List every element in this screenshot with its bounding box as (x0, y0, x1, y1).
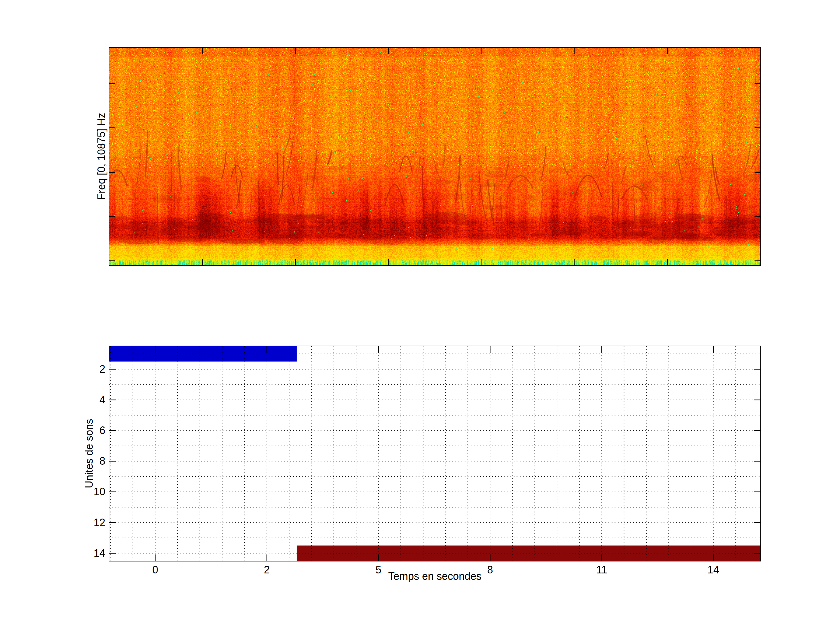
y-tick-label: 2 (47, 363, 105, 376)
x-tick-label: 14 (696, 564, 731, 576)
y-tick-label: 10 (47, 485, 105, 498)
y-tick-label: 6 (47, 424, 105, 437)
spectrogram-ticks (109, 48, 760, 265)
x-tick-label: 11 (584, 564, 619, 576)
activity-chart (109, 346, 760, 561)
y-tick-label: 4 (47, 393, 105, 406)
spectrogram-plot (109, 47, 761, 266)
activity-xlabel: Temps en secondes (304, 570, 566, 583)
sound-unit-bar-14 (297, 545, 760, 561)
x-tick-label: 2 (249, 564, 284, 576)
x-tick-label: 0 (138, 564, 173, 576)
matlab-figure: Freq [0, 10875] Hz Unites de sons Temps … (0, 0, 840, 630)
y-tick-label: 8 (47, 455, 105, 467)
spectrogram-ylabel: Freq [0, 10875] Hz (95, 39, 108, 273)
x-tick-label: 5 (361, 564, 396, 576)
activity-plot (109, 346, 761, 562)
y-tick-label: 12 (47, 516, 105, 529)
y-tick-label: 14 (47, 547, 105, 560)
x-tick-label: 8 (472, 564, 507, 576)
